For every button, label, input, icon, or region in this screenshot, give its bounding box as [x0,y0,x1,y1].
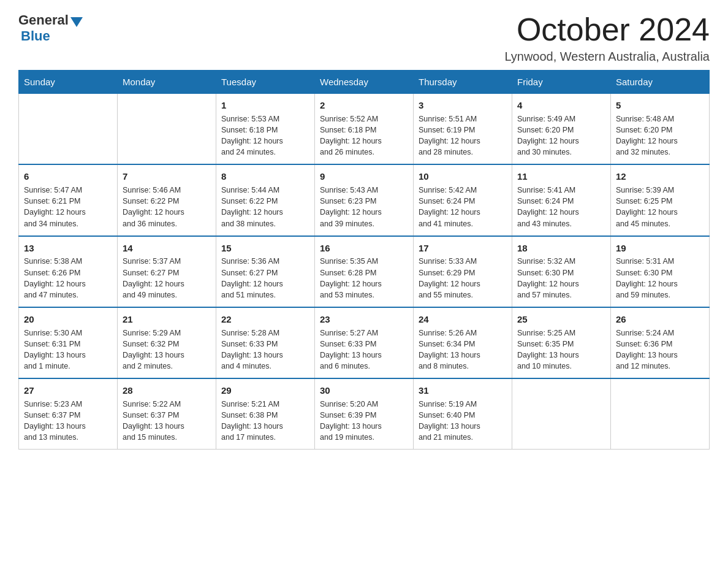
calendar-cell: 4Sunrise: 5:49 AM Sunset: 6:20 PM Daylig… [512,94,611,165]
calendar-cell: 22Sunrise: 5:28 AM Sunset: 6:33 PM Dayli… [216,307,315,378]
day-info: Sunrise: 5:35 AM Sunset: 6:28 PM Dayligh… [320,256,408,301]
day-number: 11 [517,170,605,183]
calendar-cell: 24Sunrise: 5:26 AM Sunset: 6:34 PM Dayli… [414,307,512,378]
logo-triangle-icon [70,17,83,27]
day-number: 3 [419,99,507,112]
calendar-cell: 28Sunrise: 5:22 AM Sunset: 6:37 PM Dayli… [118,378,216,450]
logo-general-text: General [18,12,69,28]
calendar-cell: 7Sunrise: 5:46 AM Sunset: 6:22 PM Daylig… [118,164,216,236]
day-number: 31 [419,384,507,397]
title-block: October 2024 Lynwood, Western Australia,… [504,12,710,64]
logo: General Blue [18,12,83,44]
calendar-cell: 19Sunrise: 5:31 AM Sunset: 6:30 PM Dayli… [611,236,710,307]
day-number: 9 [320,170,408,183]
day-info: Sunrise: 5:39 AM Sunset: 6:25 PM Dayligh… [616,185,704,229]
day-info: Sunrise: 5:36 AM Sunset: 6:27 PM Dayligh… [221,256,309,301]
calendar-cell [512,378,611,450]
day-number: 14 [123,242,211,255]
day-number: 16 [320,242,408,255]
day-number: 10 [419,170,507,183]
calendar-cell: 17Sunrise: 5:33 AM Sunset: 6:29 PM Dayli… [414,236,512,307]
calendar-header-monday: Monday [118,71,216,94]
calendar-cell [19,94,118,165]
day-info: Sunrise: 5:52 AM Sunset: 6:18 PM Dayligh… [320,113,408,158]
day-number: 15 [221,242,309,255]
day-info: Sunrise: 5:32 AM Sunset: 6:30 PM Dayligh… [517,256,605,301]
day-number: 23 [320,313,408,326]
calendar-cell: 23Sunrise: 5:27 AM Sunset: 6:33 PM Dayli… [315,307,414,378]
day-info: Sunrise: 5:44 AM Sunset: 6:22 PM Dayligh… [221,185,309,229]
day-info: Sunrise: 5:41 AM Sunset: 6:24 PM Dayligh… [517,185,605,229]
calendar-header-saturday: Saturday [611,71,710,94]
day-number: 22 [221,313,309,326]
calendar-cell: 27Sunrise: 5:23 AM Sunset: 6:37 PM Dayli… [19,378,118,450]
day-info: Sunrise: 5:29 AM Sunset: 6:32 PM Dayligh… [123,327,211,372]
day-number: 5 [616,99,704,112]
calendar-header-sunday: Sunday [19,71,118,94]
logo-blue-text: Blue [21,28,50,44]
calendar-cell: 10Sunrise: 5:42 AM Sunset: 6:24 PM Dayli… [414,164,512,236]
calendar-cell: 20Sunrise: 5:30 AM Sunset: 6:31 PM Dayli… [19,307,118,378]
day-info: Sunrise: 5:31 AM Sunset: 6:30 PM Dayligh… [616,256,704,301]
day-number: 24 [419,313,507,326]
calendar-cell: 13Sunrise: 5:38 AM Sunset: 6:26 PM Dayli… [19,236,118,307]
calendar-week-row: 27Sunrise: 5:23 AM Sunset: 6:37 PM Dayli… [19,378,710,450]
calendar-week-row: 20Sunrise: 5:30 AM Sunset: 6:31 PM Dayli… [19,307,710,378]
day-info: Sunrise: 5:21 AM Sunset: 6:38 PM Dayligh… [221,399,309,443]
calendar-cell: 9Sunrise: 5:43 AM Sunset: 6:23 PM Daylig… [315,164,414,236]
day-info: Sunrise: 5:28 AM Sunset: 6:33 PM Dayligh… [221,327,309,372]
day-number: 4 [517,99,605,112]
day-number: 2 [320,99,408,112]
day-info: Sunrise: 5:19 AM Sunset: 6:40 PM Dayligh… [419,399,507,443]
day-number: 19 [616,242,704,255]
calendar-header-wednesday: Wednesday [315,71,414,94]
day-info: Sunrise: 5:20 AM Sunset: 6:39 PM Dayligh… [320,399,408,443]
day-number: 7 [123,170,211,183]
day-info: Sunrise: 5:33 AM Sunset: 6:29 PM Dayligh… [419,256,507,301]
calendar-header-tuesday: Tuesday [216,71,315,94]
day-number: 20 [24,313,112,326]
day-number: 13 [24,242,112,255]
location-title: Lynwood, Western Australia, Australia [504,50,710,64]
calendar-cell: 30Sunrise: 5:20 AM Sunset: 6:39 PM Dayli… [315,378,414,450]
day-number: 17 [419,242,507,255]
day-number: 27 [24,384,112,397]
day-number: 29 [221,384,309,397]
calendar-week-row: 6Sunrise: 5:47 AM Sunset: 6:21 PM Daylig… [19,164,710,236]
day-info: Sunrise: 5:42 AM Sunset: 6:24 PM Dayligh… [419,185,507,229]
calendar-cell: 25Sunrise: 5:25 AM Sunset: 6:35 PM Dayli… [512,307,611,378]
day-number: 21 [123,313,211,326]
day-info: Sunrise: 5:22 AM Sunset: 6:37 PM Dayligh… [123,399,211,443]
day-info: Sunrise: 5:25 AM Sunset: 6:35 PM Dayligh… [517,327,605,372]
calendar-cell: 3Sunrise: 5:51 AM Sunset: 6:19 PM Daylig… [414,94,512,165]
calendar-cell: 12Sunrise: 5:39 AM Sunset: 6:25 PM Dayli… [611,164,710,236]
calendar-cell: 14Sunrise: 5:37 AM Sunset: 6:27 PM Dayli… [118,236,216,307]
day-info: Sunrise: 5:43 AM Sunset: 6:23 PM Dayligh… [320,185,408,229]
calendar-table: SundayMondayTuesdayWednesdayThursdayFrid… [18,70,710,450]
day-info: Sunrise: 5:30 AM Sunset: 6:31 PM Dayligh… [24,327,112,372]
day-number: 8 [221,170,309,183]
day-info: Sunrise: 5:37 AM Sunset: 6:27 PM Dayligh… [123,256,211,301]
day-info: Sunrise: 5:49 AM Sunset: 6:20 PM Dayligh… [517,113,605,158]
calendar-header-row: SundayMondayTuesdayWednesdayThursdayFrid… [19,71,710,94]
calendar-cell [118,94,216,165]
day-info: Sunrise: 5:51 AM Sunset: 6:19 PM Dayligh… [419,113,507,158]
calendar-cell: 11Sunrise: 5:41 AM Sunset: 6:24 PM Dayli… [512,164,611,236]
calendar-week-row: 13Sunrise: 5:38 AM Sunset: 6:26 PM Dayli… [19,236,710,307]
calendar-cell: 21Sunrise: 5:29 AM Sunset: 6:32 PM Dayli… [118,307,216,378]
calendar-cell: 26Sunrise: 5:24 AM Sunset: 6:36 PM Dayli… [611,307,710,378]
day-info: Sunrise: 5:53 AM Sunset: 6:18 PM Dayligh… [221,113,309,158]
calendar-cell: 2Sunrise: 5:52 AM Sunset: 6:18 PM Daylig… [315,94,414,165]
day-number: 6 [24,170,112,183]
calendar-cell: 6Sunrise: 5:47 AM Sunset: 6:21 PM Daylig… [19,164,118,236]
calendar-cell [611,378,710,450]
calendar-cell: 1Sunrise: 5:53 AM Sunset: 6:18 PM Daylig… [216,94,315,165]
calendar-cell: 16Sunrise: 5:35 AM Sunset: 6:28 PM Dayli… [315,236,414,307]
day-number: 28 [123,384,211,397]
calendar-cell: 8Sunrise: 5:44 AM Sunset: 6:22 PM Daylig… [216,164,315,236]
day-info: Sunrise: 5:26 AM Sunset: 6:34 PM Dayligh… [419,327,507,372]
page-header: General Blue October 2024 Lynwood, Weste… [18,12,710,64]
month-title: October 2024 [504,12,710,47]
day-number: 12 [616,170,704,183]
day-number: 1 [221,99,309,112]
